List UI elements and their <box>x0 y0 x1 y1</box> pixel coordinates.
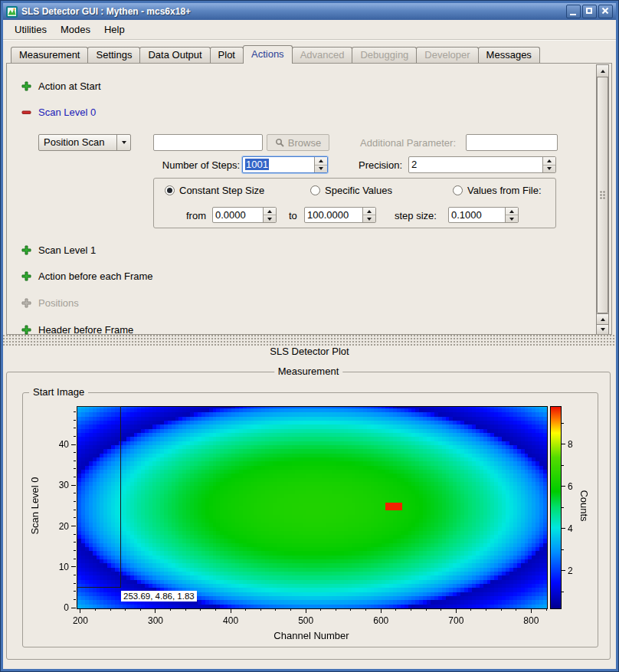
vertical-scrollbar[interactable] <box>596 64 609 334</box>
y-axis-title: Scan Level 0 <box>29 477 41 534</box>
additional-parameter-label: Additional Parameter: <box>360 137 456 149</box>
scan-level-1-row[interactable]: Scan Level 1 <box>21 244 96 256</box>
tab-data-output[interactable]: Data Output <box>139 47 210 63</box>
tab-debugging: Debugging <box>352 47 417 63</box>
tab-messages[interactable]: Messages <box>478 47 540 63</box>
colorbar-canvas <box>550 406 562 609</box>
measurement-legend: Measurement <box>274 366 342 377</box>
constant-step-size-radio[interactable]: Constant Step Size <box>165 185 264 196</box>
spin-down-button[interactable] <box>506 215 518 222</box>
action-before-frame-row[interactable]: Action before each Frame <box>21 270 153 282</box>
spin-up-button[interactable] <box>264 208 276 215</box>
spin-up-button[interactable] <box>363 208 375 215</box>
plus-icon <box>21 245 31 255</box>
menu-utilities[interactable]: Utilities <box>8 21 54 38</box>
browse-button: Browse <box>267 134 329 151</box>
positions-row: Positions <box>21 297 79 309</box>
number-of-steps-spinbox[interactable]: 1001 <box>242 156 328 173</box>
header-before-frame-label: Header before Frame <box>38 324 133 336</box>
spin-up-button[interactable] <box>543 157 555 165</box>
spin-down-button[interactable] <box>315 165 327 173</box>
additional-parameter-input[interactable] <box>466 134 558 151</box>
window-title: SLS Detector GUI : Mythen - mcs6x18+ <box>21 6 565 17</box>
menu-help[interactable]: Help <box>97 21 132 38</box>
values-from-file-radio[interactable]: Values from File: <box>453 185 542 196</box>
scrollbar-thumb[interactable] <box>597 77 608 313</box>
scroll-down-button[interactable] <box>597 324 608 334</box>
close-button[interactable] <box>598 5 613 18</box>
plus-icon <box>21 271 31 281</box>
main-window: SLS Detector GUI : Mythen - mcs6x18+ Uti… <box>0 0 619 672</box>
menu-modes[interactable]: Modes <box>54 21 97 38</box>
from-label: from <box>186 210 206 221</box>
cursor-tracker-readout: 253.69, 4.86, 1.83 <box>121 591 197 602</box>
scan-mode-combobox[interactable]: Position Scan <box>38 134 131 151</box>
magnifier-icon <box>275 138 284 147</box>
scan-level-1-label: Scan Level 1 <box>38 244 96 256</box>
number-of-steps-label: Number of Steps: <box>162 159 240 171</box>
radio-icon <box>453 185 463 195</box>
tab-settings[interactable]: Settings <box>87 47 140 63</box>
step-size-value: 0.1000 <box>449 208 505 222</box>
action-at-start-label: Action at Start <box>38 80 101 92</box>
scan-level-0-row[interactable]: Scan Level 0 <box>21 107 96 118</box>
browse-label: Browse <box>288 137 321 149</box>
plus-icon <box>21 325 31 335</box>
to-spinbox[interactable]: 100.0000 <box>304 207 376 223</box>
from-value: 0.0000 <box>213 208 263 222</box>
spin-up-button[interactable] <box>506 208 518 215</box>
spin-down-button[interactable] <box>543 165 555 173</box>
precision-label: Precision: <box>359 159 402 171</box>
action-at-start-row[interactable]: Action at Start <box>21 80 101 92</box>
step-size-groupbox: Constant Step Size Specific Values Value… <box>153 178 556 228</box>
minimize-button[interactable] <box>566 5 581 18</box>
header-before-frame-row[interactable]: Header before Frame <box>21 324 133 336</box>
precision-value: 2 <box>409 157 542 172</box>
maximize-button[interactable] <box>582 5 597 18</box>
radio-icon <box>310 185 320 195</box>
from-spinbox[interactable]: 0.0000 <box>212 207 277 223</box>
scan-level-0-label: Scan Level 0 <box>38 107 96 118</box>
zoom-selection-rect <box>77 406 121 588</box>
scan-mode-value: Position Scan <box>39 135 116 150</box>
chevron-down-icon <box>116 135 130 150</box>
tab-developer: Developer <box>416 47 478 63</box>
tab-measurement[interactable]: Measurement <box>11 47 88 63</box>
precision-spinbox[interactable]: 2 <box>408 156 556 173</box>
positions-label: Positions <box>38 297 79 309</box>
to-label: to <box>289 210 297 221</box>
number-of-steps-value: 1001 <box>245 159 269 170</box>
dock-title[interactable]: SLS Detector Plot <box>3 346 616 361</box>
plus-icon-disabled <box>21 298 31 308</box>
action-before-frame-label: Action before each Frame <box>38 270 153 282</box>
x-axis-title: Channel Number <box>77 630 546 641</box>
menu-separator <box>3 39 616 41</box>
scroll-up-button[interactable] <box>597 65 608 77</box>
scan-script-input[interactable] <box>153 134 263 151</box>
title-bar[interactable]: SLS Detector GUI : Mythen - mcs6x18+ <box>3 3 616 20</box>
tab-plot[interactable]: Plot <box>210 47 244 63</box>
maximize-icon <box>586 8 592 14</box>
tab-bar: Measurement Settings Data Output Plot Ac… <box>11 46 539 63</box>
to-value: 100.0000 <box>305 208 362 222</box>
spin-down-button[interactable] <box>264 215 276 222</box>
minimize-icon <box>570 14 576 15</box>
scroll-up-button[interactable] <box>597 313 608 324</box>
colorbar-title: Counts <box>578 490 590 521</box>
plus-icon <box>21 81 31 91</box>
step-size-spinbox[interactable]: 0.1000 <box>448 207 519 223</box>
start-image-legend: Start Image <box>29 386 88 398</box>
splitter-handle[interactable] <box>3 335 616 346</box>
app-icon <box>6 6 18 18</box>
spin-down-button[interactable] <box>363 215 375 222</box>
radio-icon <box>165 185 175 195</box>
specific-values-radio[interactable]: Specific Values <box>310 185 392 196</box>
tab-actions[interactable]: Actions <box>243 45 293 64</box>
spin-up-button[interactable] <box>315 157 327 165</box>
step-size-label: step size: <box>395 210 437 221</box>
minus-icon <box>21 107 31 117</box>
heatmap-canvas[interactable] <box>77 406 548 609</box>
menu-bar: Utilities Modes Help <box>3 20 616 38</box>
tab-advanced: Advanced <box>292 47 353 63</box>
